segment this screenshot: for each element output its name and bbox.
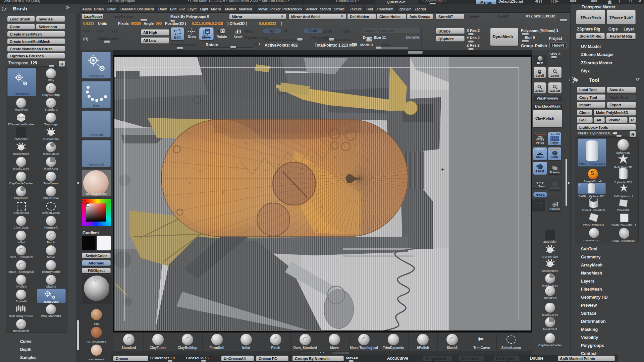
svg-text:S: S: [238, 30, 240, 34]
svg-text:R: R: [221, 29, 224, 33]
svg-text:M: M: [206, 30, 209, 33]
